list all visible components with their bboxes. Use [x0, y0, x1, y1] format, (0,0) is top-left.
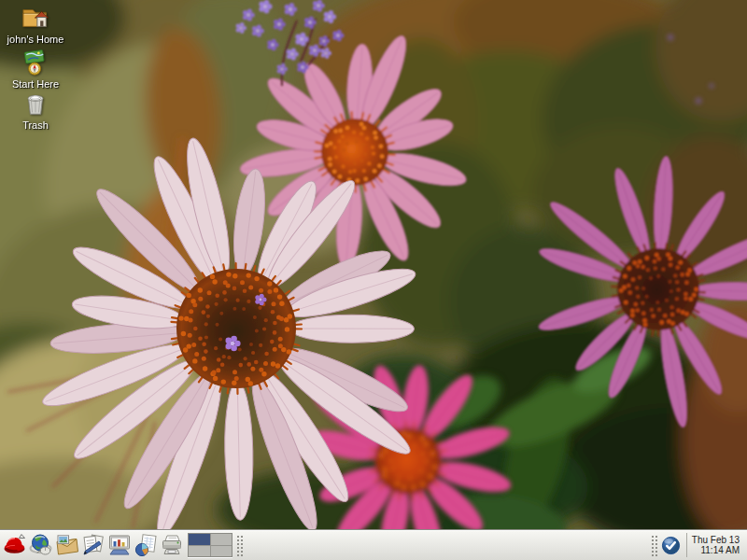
globe-mouse-icon: [29, 533, 53, 557]
workspace-1[interactable]: [189, 534, 210, 545]
workspace-2[interactable]: [211, 534, 233, 545]
printer-icon: [160, 533, 184, 557]
desktop-icon-start-here[interactable]: Start Here: [0, 49, 71, 90]
trash-can-icon: [21, 90, 49, 118]
panel-drag-handle-right[interactable]: [650, 534, 657, 556]
screen-bar-chart-icon: [107, 533, 132, 557]
desktop-icon-label: Trash: [22, 119, 49, 131]
red-hat-icon: [3, 533, 27, 557]
start-here-compass-icon: [21, 49, 49, 77]
clock-time: 11:14 AM: [692, 545, 740, 556]
launcher-web-browser[interactable]: [28, 531, 54, 559]
desktop-icon-johns-home[interactable]: john's Home: [0, 4, 71, 45]
workspace-switcher[interactable]: [188, 533, 233, 557]
desktop-icon-label: john's Home: [7, 34, 64, 45]
workspace-3[interactable]: [189, 546, 210, 557]
desktop-screen: john's Home Start Here: [0, 0, 747, 560]
desktop-icon-trash[interactable]: Trash: [0, 90, 71, 131]
panel-separator: [686, 533, 687, 557]
envelope-photo-icon: [55, 533, 79, 557]
blue-check-circle-icon: [661, 536, 681, 555]
clock-applet[interactable]: Thu Feb 13 11:14 AM: [690, 535, 745, 556]
desktop-icon-label: Start Here: [12, 78, 59, 90]
documents-pen-icon: [81, 533, 106, 557]
clock-date: Thu Feb 13: [692, 535, 740, 546]
launcher-email[interactable]: [54, 531, 80, 559]
home-folder-icon: [21, 4, 49, 32]
bottom-panel: Thu Feb 13 11:14 AM: [0, 529, 747, 560]
pie-chart-sheet-icon: [134, 533, 158, 557]
launcher-print-manager[interactable]: [159, 531, 185, 559]
workspace-4[interactable]: [211, 546, 233, 557]
main-menu-button[interactable]: [2, 531, 28, 559]
panel-drag-handle-left[interactable]: [235, 534, 243, 556]
desktop-wallpaper: [0, 0, 747, 529]
rhn-alert-button[interactable]: [660, 534, 683, 556]
launcher-presentation[interactable]: [106, 531, 133, 559]
launcher-spreadsheet[interactable]: [133, 531, 159, 559]
launcher-word-processor[interactable]: [80, 531, 106, 559]
